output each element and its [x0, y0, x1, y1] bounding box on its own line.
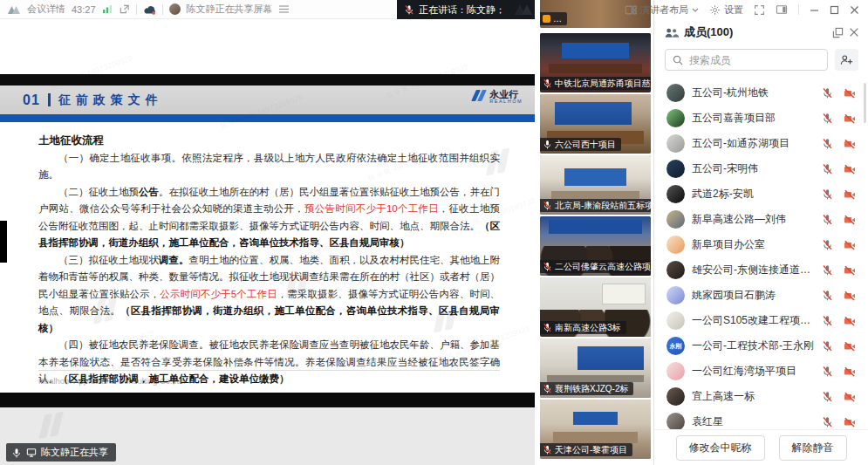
- close-button[interactable]: [850, 5, 859, 15]
- mic-muted-icon[interactable]: [822, 264, 833, 276]
- divider: [136, 4, 137, 15]
- cloud-record-icon[interactable]: [143, 4, 156, 15]
- video-thumbnail[interactable]: 襄荆铁路XJZQ-2标: [540, 338, 651, 398]
- video-thumbnail[interactable]: 北京局-康渝段站前五标项目: [540, 155, 651, 215]
- mic-muted-icon[interactable]: [822, 163, 833, 174]
- sharing-badge[interactable]: 陈文静正在共享: [6, 443, 116, 462]
- menu-icon[interactable]: [279, 5, 289, 13]
- camera-off-icon[interactable]: [844, 164, 856, 174]
- member-row[interactable]: 姚家园项目石鹏涛: [654, 283, 868, 308]
- search-input[interactable]: [687, 53, 820, 67]
- video-thumbnail[interactable]: 天津公司-黎霍项目: [540, 400, 651, 459]
- camera-off-icon[interactable]: [844, 417, 856, 427]
- member-row[interactable]: 五公司-宋明伟: [654, 156, 868, 181]
- settings-button[interactable]: 设置: [709, 3, 743, 17]
- member-status-icons: [822, 315, 856, 326]
- side-panel-toggle[interactable]: [776, 4, 788, 15]
- thumbnail-label: 中铁北京局通苏甬项目慈溪…: [540, 77, 651, 90]
- network-signal-icon: [102, 4, 113, 14]
- member-name: 袁红星: [692, 414, 815, 429]
- member-row[interactable]: 武道2标-安凯: [654, 181, 868, 207]
- thumbnail-name: 南新高速公路3标: [555, 322, 621, 333]
- mic-muted-icon[interactable]: [822, 391, 833, 402]
- member-avatar: [666, 311, 685, 330]
- member-avatar: [666, 185, 685, 203]
- member-row[interactable]: 五公司嘉善项目部: [654, 106, 868, 131]
- member-avatar: [666, 109, 685, 127]
- popout-panel-icon[interactable]: [832, 27, 844, 38]
- member-name: 宜上高速一标: [692, 389, 815, 404]
- section-number: 01: [23, 92, 40, 108]
- mic-muted-icon: [543, 262, 552, 271]
- camera-off-icon[interactable]: [844, 189, 856, 200]
- member-status-icons: [822, 366, 856, 377]
- maximize-button[interactable]: [830, 5, 839, 15]
- mic-muted-icon[interactable]: [822, 315, 833, 326]
- member-row[interactable]: 一公司红海湾场平项目: [654, 359, 868, 384]
- camera-off-icon[interactable]: [844, 113, 856, 124]
- close-panel-icon[interactable]: [849, 27, 859, 38]
- member-row[interactable]: 一公司S105改建工程项目部: [654, 308, 868, 333]
- member-row[interactable]: 新阜高速公路—刘伟: [654, 207, 868, 232]
- popout-window-icon[interactable]: [119, 3, 130, 15]
- thumbnail-label: 六公司西十项目: [540, 138, 621, 151]
- camera-off-icon[interactable]: [844, 366, 856, 377]
- fullscreen-button[interactable]: [754, 4, 765, 16]
- mic-muted-icon[interactable]: [822, 113, 833, 124]
- mic-muted-icon[interactable]: [822, 138, 833, 149]
- member-status-icons: [822, 163, 856, 174]
- member-avatar: [666, 362, 685, 380]
- member-name: 武道2标-安凯: [692, 187, 815, 202]
- scrollbar-thumb[interactable]: [864, 83, 866, 123]
- camera-off-icon[interactable]: [844, 240, 856, 250]
- mic-muted-icon[interactable]: [822, 366, 833, 377]
- member-name: 姚家园项目石鹏涛: [692, 288, 815, 303]
- video-thumbnail[interactable]: 南新高速公路3标: [540, 277, 651, 337]
- video-thumbnail[interactable]: 二公司佛肇云高速公路项…: [540, 216, 651, 276]
- mic-muted-icon[interactable]: [822, 239, 833, 250]
- camera-off-icon[interactable]: [844, 139, 856, 149]
- minimize-button[interactable]: [810, 5, 819, 15]
- member-row[interactable]: 宜上高速一标: [654, 384, 868, 409]
- video-thumbnail[interactable]: 中铁北京局通苏甬项目慈溪…: [540, 33, 651, 92]
- add-member-button[interactable]: [835, 49, 858, 71]
- thumbnail-label: 二公司佛肇云高速公路项…: [540, 260, 651, 273]
- speaking-banner: 正在讲话：陈文静；: [397, 0, 535, 19]
- thumbnail-label: 南新高速公路3标: [540, 321, 626, 334]
- camera-off-icon[interactable]: [844, 88, 856, 99]
- member-name: 五公司嘉善项目部: [692, 111, 815, 126]
- shared-screen: 陈卓男 +8618973209929陈卓男 +8618973209929陈卓男 …: [0, 19, 535, 465]
- speaking-banner-text: 正在讲话：陈文静；: [419, 3, 505, 17]
- mic-muted-icon[interactable]: [822, 87, 833, 99]
- member-row[interactable]: 永刚一公司-工程技术部-王永刚: [654, 333, 868, 359]
- mic-muted-icon[interactable]: [822, 214, 833, 225]
- window-controls-strip: 演讲者布局 设置: [535, 0, 868, 19]
- rename-button[interactable]: 修改会中昵称: [676, 435, 765, 461]
- camera-off-icon[interactable]: [844, 265, 856, 276]
- unmute-button[interactable]: 解除静音: [779, 435, 847, 461]
- mic-muted-icon: [543, 201, 552, 210]
- member-row[interactable]: 五公司-杭州地铁: [654, 80, 868, 106]
- member-search-row: [665, 49, 858, 71]
- camera-off-icon[interactable]: [844, 341, 856, 352]
- member-row[interactable]: 雄安公司-东侧连接通道工程项目向志良: [654, 257, 868, 283]
- member-search-box[interactable]: [665, 49, 828, 71]
- camera-off-icon[interactable]: [844, 215, 856, 225]
- camera-off-icon[interactable]: [844, 291, 856, 301]
- mic-muted-icon[interactable]: [822, 416, 833, 427]
- camera-off-icon[interactable]: [844, 392, 856, 402]
- member-status-icons: [822, 290, 856, 301]
- member-name: 新阜项目办公室: [692, 237, 815, 252]
- member-avatar: [666, 134, 685, 153]
- mic-muted-icon[interactable]: [822, 340, 833, 352]
- meeting-details-link[interactable]: 会议详情: [27, 3, 65, 16]
- thumbnail-label: 天津公司-黎霍项目: [540, 443, 632, 456]
- camera-off-icon[interactable]: [844, 316, 856, 326]
- mic-muted-icon[interactable]: [822, 290, 833, 301]
- mic-muted-icon[interactable]: [822, 188, 833, 200]
- layout-switcher[interactable]: 演讲者布局: [625, 3, 699, 17]
- video-thumbnail[interactable]: 六公司西十项目: [540, 94, 651, 154]
- member-row[interactable]: 新阜项目办公室: [654, 232, 868, 257]
- member-row[interactable]: 五公司-如通苏湖项目: [654, 131, 868, 156]
- member-name: 一公司S105改建工程项目部: [692, 313, 815, 328]
